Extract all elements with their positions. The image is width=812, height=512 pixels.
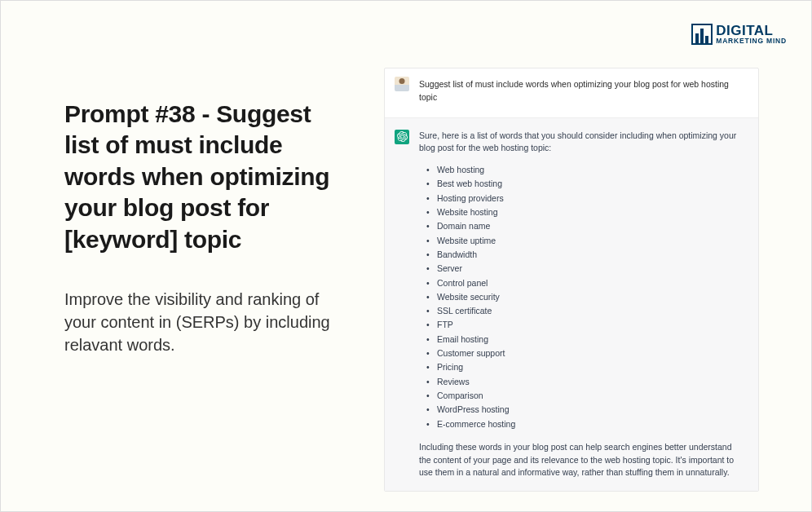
keyword-item: Website hosting xyxy=(430,205,745,219)
keyword-item: SSL certificate xyxy=(430,304,745,318)
keyword-item: Customer support xyxy=(430,346,745,360)
keyword-item: WordPress hosting xyxy=(430,403,745,417)
logo-line1: DIGITAL xyxy=(716,24,787,38)
keyword-item: E-commerce hosting xyxy=(430,417,745,431)
logo-text: DIGITAL MARKETING MIND xyxy=(716,24,787,45)
keyword-item: Server xyxy=(430,262,745,276)
keyword-item: Pricing xyxy=(430,360,745,374)
user-message: Suggest list of must include words when … xyxy=(419,77,745,104)
keyword-item: Reviews xyxy=(430,375,745,389)
keyword-item: FTP xyxy=(430,318,745,332)
logo-line2: MARKETING MIND xyxy=(716,38,787,45)
keyword-item: Comparison xyxy=(430,389,745,403)
assistant-intro: Sure, here is a list of words that you s… xyxy=(419,130,745,156)
chat-container: Suggest list of must include words when … xyxy=(384,68,759,492)
keyword-item: Control panel xyxy=(430,276,745,290)
keyword-item: Best web hosting xyxy=(430,177,745,191)
keyword-item: Domain name xyxy=(430,219,745,233)
prompt-title: Prompt #38 - Suggest list of must includ… xyxy=(64,99,335,255)
assistant-message: Sure, here is a list of words that you s… xyxy=(419,130,745,480)
keyword-item: Web hosting xyxy=(430,163,745,177)
logo-icon xyxy=(691,24,713,45)
chat-user-row: Suggest list of must include words when … xyxy=(385,68,758,118)
assistant-outro: Including these words in your blog post … xyxy=(419,441,745,479)
user-avatar-icon xyxy=(395,77,409,91)
keyword-item: Hosting providers xyxy=(430,192,745,205)
right-panel: Suggest list of must include words when … xyxy=(360,1,811,492)
keyword-item: Website uptime xyxy=(430,234,745,248)
ai-avatar-icon xyxy=(395,130,409,144)
chat-assistant-row: Sure, here is a list of words that you s… xyxy=(385,118,758,492)
brand-logo: DIGITAL MARKETING MIND xyxy=(691,24,787,45)
left-panel: Prompt #38 - Suggest list of must includ… xyxy=(1,1,360,356)
content-container: Prompt #38 - Suggest list of must includ… xyxy=(1,1,811,511)
keyword-list: Web hostingBest web hostingHosting provi… xyxy=(430,163,745,431)
keyword-item: Website security xyxy=(430,290,745,304)
keyword-item: Email hosting xyxy=(430,333,745,346)
keyword-item: Bandwidth xyxy=(430,248,745,262)
prompt-subtitle: Improve the visibility and ranking of yo… xyxy=(64,288,335,356)
